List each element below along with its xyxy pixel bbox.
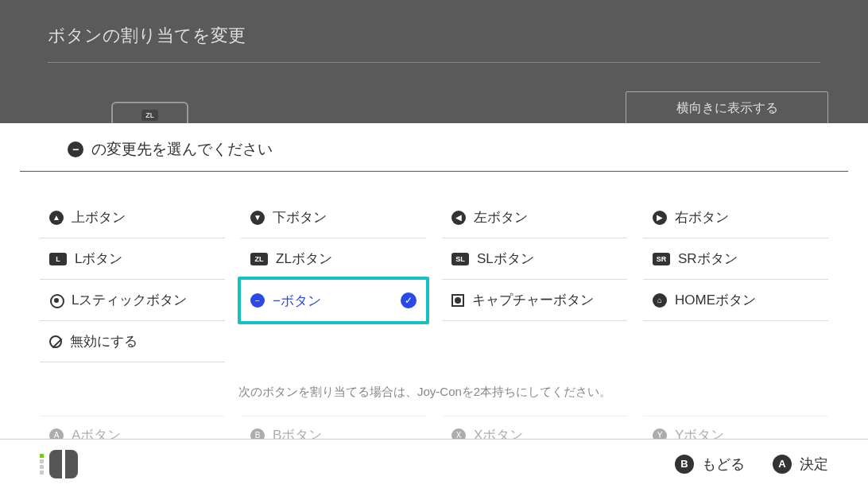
dpad-down-icon: ▼ xyxy=(250,211,265,225)
option-label: SRボタン xyxy=(678,250,738,268)
a-badge-icon: A xyxy=(773,455,792,474)
modal-header: − の変更先を選んでください xyxy=(20,123,848,172)
home-button-icon: ⌂ xyxy=(653,293,667,308)
option-left[interactable]: ◀ 左ボタン xyxy=(442,197,627,238)
option-label: Lスティックボタン xyxy=(72,291,187,309)
sl-button-icon: SL xyxy=(451,253,469,265)
option-right[interactable]: ▶ 右ボタン xyxy=(643,197,828,238)
zl-badge-icon: ZL xyxy=(141,110,158,121)
option-label: ZLボタン xyxy=(276,250,332,268)
option-label: 右ボタン xyxy=(675,208,729,227)
option-up[interactable]: ▲ 上ボタン xyxy=(40,197,225,238)
option-label: −ボタン xyxy=(273,292,321,310)
options-grid: ▲ 上ボタン ▼ 下ボタン ◀ 左ボタン ▶ 右ボタン L Lボタン ZL ZL… xyxy=(0,172,868,362)
option-l[interactable]: L Lボタン xyxy=(40,238,225,280)
b-badge-icon: B xyxy=(675,455,694,474)
option-l-stick[interactable]: Lスティックボタン xyxy=(40,280,225,321)
confirm-label: 決定 xyxy=(800,455,828,474)
confirm-button[interactable]: A 決定 xyxy=(773,455,828,474)
l-button-icon: L xyxy=(49,253,67,265)
background-settings-page: ボタンの割り当てを変更 ZL 横向きに表示する xyxy=(0,0,868,123)
option-label: HOMEボタン xyxy=(675,291,756,309)
bottom-bar: B もどる A 決定 xyxy=(0,439,868,488)
option-down[interactable]: ▼ 下ボタン xyxy=(241,197,426,238)
minus-button-icon: − xyxy=(250,293,265,308)
back-label: もどる xyxy=(702,455,745,474)
option-label: 左ボタン xyxy=(474,208,528,227)
option-home[interactable]: ⌂ HOMEボタン xyxy=(643,280,828,321)
zl-button-icon: ZL xyxy=(250,253,268,265)
orientation-toggle-label: 横向きに表示する xyxy=(676,100,778,117)
option-sr[interactable]: SR SRボタン xyxy=(643,238,828,280)
dpad-right-icon: ▶ xyxy=(653,211,667,225)
option-disable[interactable]: 無効にする xyxy=(40,321,225,362)
controller-indicator xyxy=(40,450,78,478)
option-label: キャプチャーボタン xyxy=(472,291,594,309)
capture-button-icon xyxy=(451,294,464,307)
orientation-toggle-button[interactable]: 横向きに表示する xyxy=(626,91,828,125)
player-lights-icon xyxy=(40,454,44,474)
dpad-up-icon: ▲ xyxy=(49,211,64,225)
option-zl[interactable]: ZL ZLボタン xyxy=(241,238,426,280)
modal-header-text: の変更先を選んでください xyxy=(91,139,273,160)
back-button[interactable]: B もどる xyxy=(675,455,745,474)
note-text: 次のボタンを割り当てる場合は、Joy-Conを2本持ちにしてください。 xyxy=(199,362,868,400)
check-icon: ✓ xyxy=(401,292,417,308)
disable-icon xyxy=(49,335,62,348)
option-capture[interactable]: キャプチャーボタン xyxy=(442,280,627,321)
minus-button-icon: − xyxy=(68,141,83,157)
joycon-left-icon xyxy=(49,450,62,478)
option-label: Lボタン xyxy=(75,250,122,268)
sr-button-icon: SR xyxy=(653,253,670,265)
more-options-row: A Aボタン B Bボタン X Xボタン Y Yボタン xyxy=(0,400,868,444)
button-remap-modal: − の変更先を選んでください ▲ 上ボタン ▼ 下ボタン ◀ 左ボタン ▶ 右ボ… xyxy=(0,123,868,439)
l-stick-icon xyxy=(49,293,64,308)
joycon-right-icon xyxy=(65,450,78,478)
option-label: 下ボタン xyxy=(273,208,327,227)
option-sl[interactable]: SL SLボタン xyxy=(442,238,627,280)
option-minus[interactable]: − −ボタン ✓ xyxy=(238,277,429,324)
dpad-left-icon: ◀ xyxy=(451,211,466,225)
bottom-actions: B もどる A 決定 xyxy=(675,455,828,474)
option-label: SLボタン xyxy=(477,250,534,268)
option-label: 上ボタン xyxy=(72,208,126,227)
controller-preview: ZL xyxy=(111,102,188,126)
option-label: 無効にする xyxy=(70,332,138,351)
page-title: ボタンの割り当てを変更 xyxy=(48,0,820,63)
